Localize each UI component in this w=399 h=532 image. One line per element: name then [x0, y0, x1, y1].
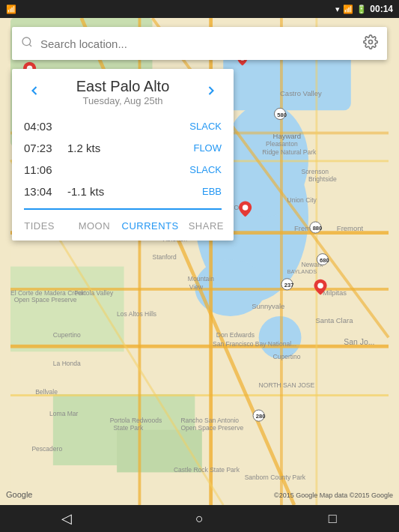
- location-icon: ▾: [335, 4, 340, 14]
- svg-text:NORTH SAN JOSE: NORTH SAN JOSE: [259, 381, 315, 389]
- search-bar[interactable]: [12, 27, 387, 60]
- svg-text:La Honda: La Honda: [53, 360, 81, 367]
- battery-icon: 🔋: [356, 4, 367, 14]
- prev-location-button[interactable]: [24, 80, 45, 105]
- svg-text:Open Space Preserve: Open Space Preserve: [14, 296, 77, 303]
- tab-share[interactable]: SHARE: [179, 213, 234, 238]
- svg-text:Brightside: Brightside: [308, 175, 337, 183]
- svg-text:Milpitas: Milpitas: [323, 288, 347, 297]
- svg-text:Rancho San Antonio: Rancho San Antonio: [180, 417, 239, 424]
- tide-time: 04:03: [24, 120, 61, 133]
- svg-text:Ridge Natural Park: Ridge Natural Park: [262, 148, 317, 156]
- home-button[interactable]: ○: [184, 505, 214, 532]
- card-title-wrap: East Palo Alto Tuesday, Aug 25th: [76, 78, 170, 106]
- svg-text:Stanford: Stanford: [152, 253, 176, 261]
- svg-text:Pescadero: Pescadero: [31, 445, 62, 453]
- tide-row: 04:03 SLACK: [24, 115, 222, 137]
- svg-text:El Corte de Madera Creek: El Corte de Madera Creek: [10, 289, 85, 297]
- svg-text:BAYLANDS: BAYLANDS: [287, 268, 317, 275]
- search-input[interactable]: [40, 37, 363, 50]
- svg-text:Sanborn County Park: Sanborn County Park: [245, 474, 306, 481]
- signal-icon: 📶: [343, 4, 353, 14]
- tide-time: 11:06: [24, 163, 61, 176]
- svg-text:Castle Rock State Park: Castle Rock State Park: [174, 466, 240, 474]
- info-card: East Palo Alto Tuesday, Aug 25th 04:03 S…: [12, 69, 234, 241]
- tide-speed: -1.1 kts: [61, 185, 202, 198]
- tide-entries: 04:03 SLACK 07:23 1.2 kts FLOW 11:06 SLA…: [12, 109, 234, 205]
- bottom-navigation: ◁ ○ □: [0, 505, 399, 532]
- card-tabs: TIDESMOONCURRENTSSHARE: [12, 213, 234, 241]
- next-location-button[interactable]: [201, 80, 222, 105]
- svg-point-83: [22, 37, 31, 46]
- svg-text:680: 680: [320, 257, 329, 264]
- tide-row: 07:23 1.2 kts FLOW: [24, 137, 222, 159]
- svg-text:280: 280: [256, 413, 266, 420]
- svg-text:Pleasanton: Pleasanton: [266, 140, 298, 148]
- svg-text:San Jo...: San Jo...: [344, 338, 374, 346]
- svg-text:Bellvale: Bellvale: [35, 388, 58, 396]
- tab-tides[interactable]: TIDES: [12, 213, 67, 238]
- svg-text:237: 237: [284, 282, 294, 288]
- tide-row: 11:06 SLACK: [24, 159, 222, 181]
- svg-point-82: [317, 282, 323, 288]
- tide-time: 07:23: [24, 142, 61, 154]
- svg-text:Don Edwards: Don Edwards: [216, 331, 255, 339]
- status-bar-right: ▾ 📶 🔋 00:14: [335, 4, 393, 14]
- svg-rect-13: [10, 345, 389, 348]
- tide-speed: 1.2 kts: [61, 142, 193, 154]
- tide-type: SLACK: [189, 121, 222, 132]
- svg-rect-14: [10, 394, 389, 396]
- card-location-name: East Palo Alto: [76, 78, 170, 95]
- tide-type: SLACK: [189, 164, 222, 175]
- svg-text:Santa Clara: Santa Clara: [315, 316, 353, 324]
- search-icon: [21, 36, 33, 51]
- svg-text:View: View: [189, 283, 204, 291]
- svg-text:Sunnyvale: Sunnyvale: [252, 302, 284, 310]
- svg-text:Cupertino: Cupertino: [53, 331, 81, 339]
- svg-text:Loma Mar: Loma Mar: [49, 410, 78, 417]
- svg-text:Portola Redwoods: Portola Redwoods: [110, 417, 162, 424]
- svg-text:580: 580: [277, 112, 287, 118]
- svg-text:Open Space Preserve: Open Space Preserve: [180, 424, 243, 432]
- tide-row: 13:04 -1.1 kts EBB: [24, 181, 222, 202]
- card-date: Tuesday, Aug 25th: [76, 95, 170, 106]
- status-bar: 📶 ▾ 📶 🔋 00:14: [0, 0, 399, 18]
- svg-text:State Park: State Park: [113, 424, 144, 432]
- svg-text:Union City: Union City: [287, 196, 317, 204]
- tide-time: 13:04: [24, 185, 61, 198]
- svg-text:Fremont: Fremont: [337, 224, 364, 232]
- svg-text:Castro Valley: Castro Valley: [280, 89, 322, 97]
- svg-point-85: [369, 40, 373, 43]
- tab-currents[interactable]: CURRENTS: [122, 213, 179, 238]
- svg-text:Cupertino: Cupertino: [273, 353, 301, 360]
- svg-text:Hayward: Hayward: [273, 132, 301, 140]
- settings-icon[interactable]: [363, 34, 378, 53]
- status-bar-left: 📶: [6, 4, 16, 14]
- svg-text:Los Altos Hills: Los Altos Hills: [117, 310, 156, 318]
- google-logo: Google: [6, 490, 32, 499]
- svg-point-81: [243, 205, 249, 211]
- wifi-icon: 📶: [6, 4, 16, 14]
- tide-type: EBB: [202, 186, 222, 197]
- status-time: 00:14: [370, 4, 393, 14]
- back-button[interactable]: ◁: [52, 505, 82, 532]
- svg-text:Mountain: Mountain: [188, 275, 214, 282]
- svg-line-84: [29, 44, 31, 46]
- card-header: East Palo Alto Tuesday, Aug 25th: [12, 69, 234, 109]
- recent-apps-button[interactable]: □: [317, 505, 347, 532]
- map-credit: ©2015 Google Map data ©2015 Google: [274, 492, 393, 499]
- tide-type: FLOW: [193, 142, 222, 154]
- svg-text:880: 880: [313, 225, 323, 232]
- tab-moon[interactable]: MOON: [67, 213, 121, 238]
- svg-text:Sorenson: Sorenson: [301, 168, 329, 175]
- svg-text:San Francisco Bay National...: San Francisco Bay National...: [213, 340, 296, 348]
- card-tab-divider: [24, 208, 222, 210]
